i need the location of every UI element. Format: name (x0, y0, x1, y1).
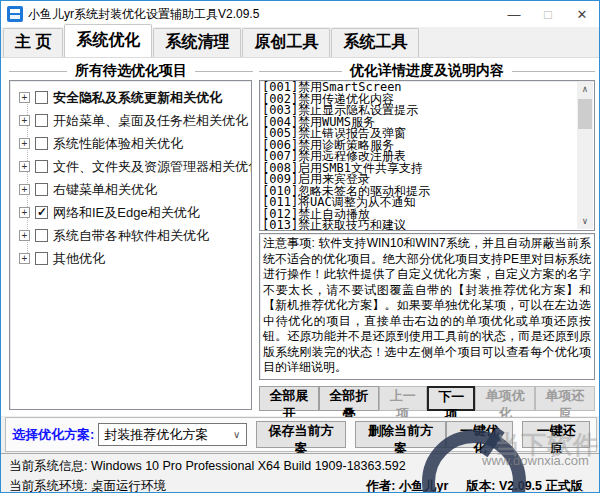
status-bar: 当前系统信息: Windows 10 Pro Professional X64 … (1, 453, 600, 493)
plan-bar: 选择优化方案: 封装推荐优化方案 ∨ 保存当前方案 删除当前方案 一键优化 一键… (5, 417, 597, 452)
checkbox[interactable] (35, 160, 48, 173)
expand-plus-icon[interactable]: + (19, 138, 30, 149)
right-panel-header: 优化详情进度及说明内容 (259, 62, 595, 80)
plan-select[interactable]: 封装推荐优化方案 ∨ (98, 423, 246, 446)
expand-plus-icon[interactable]: + (19, 207, 30, 218)
single-optimize-button[interactable]: 单项优化 (475, 386, 535, 411)
tree-item-start-menu[interactable]: + 开始菜单、桌面及任务栏相关优化 (10, 109, 251, 132)
tab-system-tools[interactable]: 系统工具 (331, 28, 419, 57)
minimize-button[interactable]: — (497, 1, 531, 27)
vertical-scrollbar[interactable]: ∧ ∨ (577, 82, 593, 229)
tab-home[interactable]: 主 页 (3, 28, 63, 57)
list-item[interactable]: [013]禁止获取技巧和建议 (262, 220, 575, 231)
tree-item-builtin-software[interactable]: + 系统自带各种软件相关优化 (10, 224, 251, 247)
expand-plus-icon[interactable]: + (19, 161, 30, 172)
expand-plus-icon[interactable]: + (19, 92, 30, 103)
checkbox[interactable] (35, 91, 48, 104)
expand-plus-icon[interactable]: + (19, 230, 30, 241)
app-window: 小鱼儿yr系统封装优化设置辅助工具V2.09.5 — □ ✕ 主 页 系统优化 … (0, 0, 600, 493)
scroll-up-icon[interactable]: ∧ (577, 82, 593, 97)
checkbox[interactable] (35, 229, 48, 242)
expand-plus-icon[interactable]: + (19, 253, 30, 264)
scrollbar-thumb[interactable] (578, 99, 592, 129)
notice-textbox: 注意事项: 软件支持WIN10和WIN7系统，并且自动屏蔽当前系统不适合的优化项… (259, 233, 595, 380)
tree-item-performance[interactable]: + 系统性能体验相关优化 (10, 132, 251, 155)
expand-all-button[interactable]: 全部展开 (259, 386, 319, 411)
single-restore-button[interactable]: 单项还原 (535, 386, 595, 411)
checkbox[interactable] (35, 137, 48, 150)
window-title: 小鱼儿yr系统封装优化设置辅助工具V2.09.5 (28, 6, 259, 23)
checkbox[interactable] (35, 206, 48, 219)
system-env-text: 当前系统环境: 桌面运行环境 (9, 478, 166, 493)
tab-system-clean[interactable]: 系统清理 (153, 28, 241, 57)
one-key-optimize-button[interactable]: 一键优化 (446, 421, 514, 448)
tree-item-explorer[interactable]: + 文件、文件夹及资源管理器相关优化 (10, 155, 251, 178)
checkbox[interactable] (35, 183, 48, 196)
optimization-detail-list: [001]禁用SmartScreen [002]禁用传递优化内容 [003]禁止… (259, 80, 595, 231)
tab-page: 所有待选优化项目 优化详情进度及说明内容 + 安全隐私及系统更新相关优化 + 开… (1, 57, 600, 416)
tree-item-other[interactable]: + 其他优化 (10, 247, 251, 270)
save-plan-button[interactable]: 保存当前方案 (256, 421, 346, 448)
tab-system-optimize[interactable]: 系统优化 (64, 24, 152, 57)
optimization-tree: + 安全隐私及系统更新相关优化 + 开始菜单、桌面及任务栏相关优化 + 系统性能… (9, 80, 252, 410)
author-text: 作者: 小鱼儿yr (366, 478, 466, 493)
checkbox[interactable] (35, 114, 48, 127)
app-icon (7, 6, 23, 22)
one-key-restore-button[interactable]: 一键还原 (522, 421, 590, 448)
tree-item-context-menu[interactable]: + 右键菜单相关优化 (10, 178, 251, 201)
expand-plus-icon[interactable]: + (19, 115, 30, 126)
delete-plan-button[interactable]: 删除当前方案 (355, 421, 445, 448)
collapse-all-button[interactable]: 全部折叠 (319, 386, 379, 411)
window-controls: — □ ✕ (497, 1, 599, 27)
checkbox[interactable] (35, 252, 48, 265)
close-button[interactable]: ✕ (565, 1, 599, 27)
chevron-down-icon: ∨ (228, 429, 246, 440)
system-info-text: 当前系统信息: Windows 10 Pro Professional X64 … (9, 458, 593, 475)
next-item-button[interactable]: 下一项 (427, 386, 475, 411)
tree-item-network-ie-edge[interactable]: + 网络和IE及Edge相关优化 (10, 201, 251, 224)
maximize-button[interactable]: □ (531, 1, 565, 27)
expand-plus-icon[interactable]: + (19, 184, 30, 195)
scroll-down-icon[interactable]: ∨ (577, 214, 593, 229)
plan-select-label: 选择优化方案: (12, 426, 94, 444)
plan-select-value: 封装推荐优化方案 (104, 426, 208, 444)
previous-item-button[interactable]: 上一项 (379, 386, 427, 411)
left-panel-header: 所有待选优化项目 (9, 62, 253, 80)
tab-original-tools[interactable]: 原创工具 (242, 28, 330, 57)
list-button-row: 全部展开 全部折叠 上一项 下一项 单项优化 单项还原 (259, 386, 595, 412)
tree-item-security-privacy[interactable]: + 安全隐私及系统更新相关优化 (10, 86, 251, 109)
version-text: 版本: V2.09.5 正式版 (466, 478, 593, 493)
tab-bar: 主 页 系统优化 系统清理 原创工具 系统工具 (1, 27, 599, 57)
